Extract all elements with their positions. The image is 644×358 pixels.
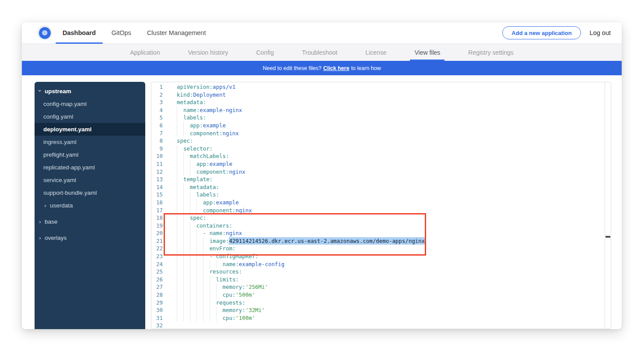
- line-text: name: example-config: [170, 260, 284, 268]
- line-number: 16: [151, 199, 170, 207]
- code-line-15[interactable]: 15labels:: [151, 191, 604, 199]
- code-line-9[interactable]: 9selector:: [151, 145, 604, 153]
- tab-view-files[interactable]: View files: [413, 44, 442, 61]
- code-line-14[interactable]: 14metadata:: [151, 183, 604, 191]
- indent-guides: [177, 168, 196, 176]
- code-line-3[interactable]: 3metadata:: [151, 98, 604, 106]
- line-number: 1: [151, 83, 170, 91]
- indent-guides: [177, 253, 210, 260]
- code-line-27[interactable]: 27memory: '256Mi': [151, 283, 604, 291]
- indent-guides: [177, 237, 210, 245]
- view-files-content: ›upstreamconfig-map.yamlconfig.yamldeplo…: [22, 75, 622, 329]
- line-number: 7: [151, 130, 170, 137]
- code-line-1[interactable]: 1apiVersion: apps/v1: [151, 83, 604, 91]
- code-line-13[interactable]: 13template:: [151, 175, 604, 183]
- tab-troubleshoot[interactable]: Troubleshoot: [300, 44, 339, 61]
- tab-config[interactable]: Config: [255, 44, 276, 61]
- code-line-30[interactable]: 30memory: '32Mi': [151, 306, 604, 314]
- code-line-29[interactable]: 29requests:: [151, 299, 604, 307]
- line-number: 6: [151, 122, 170, 130]
- yaml-editor[interactable]: 1apiVersion: apps/v12kind: Deployment3me…: [151, 82, 611, 329]
- click-here-link[interactable]: Click here: [323, 65, 350, 71]
- code-line-24[interactable]: 24name: example-config: [151, 260, 604, 268]
- code-line-4[interactable]: 4name: example-nginx: [151, 106, 604, 114]
- file-tree-folder-upstream[interactable]: ›upstream: [35, 85, 145, 98]
- code-area[interactable]: 1apiVersion: apps/v12kind: Deployment3me…: [151, 83, 604, 329]
- logout-link[interactable]: Log out: [590, 29, 611, 36]
- page: ☸ DashboardGitOpsCluster Management Add …: [0, 0, 644, 358]
- file-tree-item-support-bundle-yaml[interactable]: support-bundle.yaml: [35, 186, 145, 199]
- code-line-8[interactable]: 8spec:: [151, 137, 604, 145]
- chevron-right-icon: ›: [42, 202, 48, 209]
- code-line-19[interactable]: 19containers:: [151, 222, 604, 230]
- line-text: matchLabels:: [170, 152, 229, 160]
- code-line-20[interactable]: 20- name: nginx: [151, 229, 604, 237]
- line-text: component: nginx: [170, 130, 239, 137]
- scrollbar-thumb[interactable]: [606, 236, 610, 238]
- code-line-10[interactable]: 10matchLabels:: [151, 152, 604, 160]
- line-number: 28: [151, 291, 170, 299]
- banner-text-after: to learn how: [351, 65, 381, 71]
- line-text: metadata:: [170, 183, 219, 191]
- line-text: [170, 322, 177, 329]
- indent-guides: [177, 306, 223, 314]
- line-number: 12: [151, 168, 170, 176]
- file-tree-label: config.yaml: [43, 113, 73, 120]
- chevron-right-icon: ›: [37, 235, 43, 241]
- code-line-5[interactable]: 5labels:: [151, 114, 604, 122]
- indent-guides: [177, 214, 190, 222]
- file-tree-item-config-map-yaml[interactable]: config-map.yaml: [35, 98, 145, 110]
- code-line-26[interactable]: 26limits:: [151, 276, 604, 284]
- code-line-25[interactable]: 25resources:: [151, 268, 604, 276]
- line-number: 18: [151, 214, 170, 222]
- line-number: 5: [151, 114, 170, 122]
- code-line-6[interactable]: 6app: example: [151, 122, 604, 130]
- file-tree-folder-base[interactable]: ›base: [35, 215, 145, 228]
- code-line-18[interactable]: 18spec:: [151, 214, 604, 222]
- code-line-31[interactable]: 31cpu: '100m': [151, 314, 604, 322]
- add-new-application-button[interactable]: Add a new application: [502, 26, 581, 39]
- editor-scrollbar[interactable]: [605, 82, 611, 329]
- main-nav-tab-dashboard[interactable]: Dashboard: [55, 22, 104, 44]
- file-tree-folder-overlays[interactable]: ›overlays: [35, 232, 145, 244]
- file-tree-item-deployment-yaml[interactable]: deployment.yaml: [35, 123, 145, 136]
- code-line-32[interactable]: 32: [151, 322, 604, 329]
- indent-guides: [177, 222, 196, 230]
- main-nav-tab-gitops[interactable]: GitOps: [104, 22, 139, 44]
- tab-license[interactable]: License: [364, 44, 388, 61]
- code-line-7[interactable]: 7component: nginx: [151, 130, 604, 137]
- indent-guides: [177, 314, 223, 322]
- line-number: 19: [151, 222, 170, 230]
- tab-application[interactable]: Application: [128, 44, 162, 61]
- file-tree-item-ingress-yaml[interactable]: ingress.yaml: [35, 136, 145, 148]
- code-line-17[interactable]: 17component: nginx: [151, 207, 604, 214]
- file-tree-item-preflight-yaml[interactable]: preflight.yaml: [35, 148, 145, 161]
- code-line-21[interactable]: 21image: 429114214526.dkr.ecr.us-east-2.…: [151, 237, 604, 245]
- tab-version-history[interactable]: Version history: [186, 44, 230, 61]
- text-cursor: [425, 237, 426, 243]
- tab-registry-settings[interactable]: Registry settings: [466, 44, 515, 61]
- line-number: 20: [151, 229, 170, 237]
- code-line-23[interactable]: 23- configMapRef:: [151, 253, 604, 260]
- main-header: ☸ DashboardGitOpsCluster Management Add …: [22, 22, 622, 44]
- code-line-12[interactable]: 12component: nginx: [151, 168, 604, 176]
- file-tree-item-service-yaml[interactable]: service.yaml: [35, 174, 145, 186]
- code-line-28[interactable]: 28cpu: '500m': [151, 291, 604, 299]
- file-tree-item-config-yaml[interactable]: config.yaml: [35, 110, 145, 123]
- indent-guides: [177, 276, 216, 284]
- line-number: 32: [151, 322, 170, 329]
- code-line-22[interactable]: 22envFrom:: [151, 245, 604, 253]
- line-text: containers:: [170, 222, 232, 230]
- line-text: envFrom:: [170, 245, 235, 253]
- file-tree-folder-userdata[interactable]: ›userdata: [35, 199, 145, 212]
- main-nav-tab-cluster-management[interactable]: Cluster Management: [139, 22, 214, 44]
- line-text: resources:: [170, 268, 242, 276]
- file-tree-label: replicated-app.yaml: [43, 164, 95, 171]
- code-line-2[interactable]: 2kind: Deployment: [151, 91, 604, 99]
- file-tree-item-replicated-app-yaml[interactable]: replicated-app.yaml: [35, 161, 145, 174]
- line-number: 22: [151, 245, 170, 253]
- indent-guides: [177, 207, 203, 214]
- code-line-16[interactable]: 16app: example: [151, 199, 604, 207]
- line-text: selector:: [170, 145, 213, 153]
- code-line-11[interactable]: 11app: example: [151, 160, 604, 168]
